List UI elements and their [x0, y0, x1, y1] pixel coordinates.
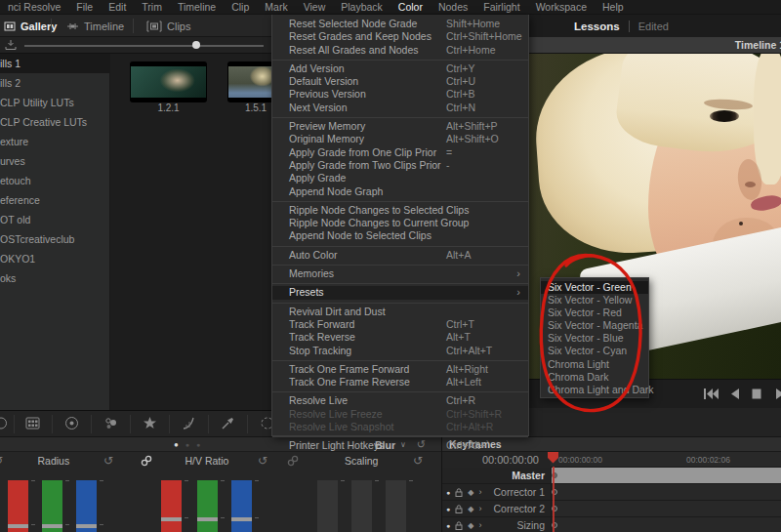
menu-item[interactable]: Original Memory Alt+Shift+O [272, 133, 528, 145]
sidebar-album-item[interactable]: oks [0, 268, 109, 288]
sidebar-album-item[interactable]: exture [0, 132, 109, 151]
keyframe-diamond-icon[interactable]: ◆ [468, 521, 473, 530]
menu-item[interactable]: Track One Frame Reverse Alt+Left [272, 376, 528, 389]
menubar-item[interactable]: Fairlight [475, 1, 527, 13]
expand-chevron-icon[interactable]: › [478, 504, 481, 513]
track-lane[interactable] [551, 484, 781, 500]
slider-handle[interactable] [231, 517, 252, 521]
thumbnail-zoom-slider[interactable] [24, 45, 264, 47]
curves-icon[interactable] [182, 416, 196, 430]
reset-icon[interactable]: ↺ [103, 454, 113, 468]
keyframe-diamond-icon[interactable]: ◆ [468, 505, 473, 513]
menubar-item[interactable]: Color [390, 1, 431, 13]
menubar-item[interactable]: Workspace [528, 1, 595, 13]
skip-start-icon[interactable] [703, 389, 719, 399]
slider-handle[interactable] [197, 517, 218, 521]
vertical-slider[interactable] [231, 480, 252, 532]
enable-dot-icon[interactable]: ● [446, 489, 450, 496]
menu-item[interactable]: Track One Frame Forward Alt+Right [272, 363, 528, 376]
menubar-item[interactable]: nci Resolve [0, 1, 68, 13]
grab-still-icon[interactable] [5, 40, 17, 51]
vertical-slider[interactable] [351, 480, 372, 532]
menubar-item[interactable]: Playback [333, 1, 390, 13]
menu-item[interactable]: Revival Dirt and Dust [272, 306, 528, 318]
menu-item[interactable]: Ripple Node Changes to Current Group [272, 217, 528, 229]
page-dots[interactable]: ● ● ● [174, 438, 200, 452]
track-lane[interactable] [551, 501, 781, 516]
lock-icon[interactable] [455, 521, 463, 530]
vertical-slider[interactable] [317, 480, 338, 532]
sidebar-album-item[interactable]: urves [0, 151, 109, 171]
vertical-slider[interactable] [8, 480, 28, 532]
camera-raw-icon[interactable] [25, 416, 40, 430]
expand-chevron-icon[interactable]: › [478, 487, 481, 497]
motion-effects-icon[interactable] [143, 416, 157, 430]
reset-icon[interactable]: ↺ [413, 454, 423, 468]
menu-item[interactable]: Preview Memory Alt+Shift+P [272, 120, 528, 133]
menu-item[interactable]: Apply Grade from One Clip Prior = [272, 146, 528, 159]
vertical-slider[interactable] [161, 480, 182, 532]
menu-item[interactable]: Stop Tracking Ctrl+Alt+T [272, 345, 528, 357]
lock-icon[interactable] [455, 488, 463, 497]
preset-menu-item[interactable]: Six Vector - Green [541, 281, 648, 294]
menu-item[interactable]: Track Reverse Alt+T [272, 331, 528, 344]
tab-clips[interactable]: Clips [146, 15, 190, 37]
preset-menu-item[interactable]: Chroma Dark [541, 371, 648, 384]
menu-item[interactable]: Resolve Live Ctrl+R [272, 394, 528, 407]
menu-item[interactable]: Next Version Ctrl+N [272, 102, 528, 114]
color-wheels-icon[interactable] [64, 416, 79, 430]
keyframe-track-row[interactable]: ● ◆ › Corrector 1 [442, 484, 781, 501]
reset-icon[interactable]: ↺ [258, 454, 267, 468]
track-lane[interactable] [551, 468, 781, 483]
menu-item[interactable]: Add Version Ctrl+Y [272, 62, 528, 75]
page-dot[interactable]: ● [196, 438, 200, 452]
keyframes-ruler[interactable]: 00:00:00:00 00:00:00:00 00:00:02:06 [442, 452, 781, 468]
lock-icon[interactable] [455, 505, 463, 513]
preset-menu-item[interactable]: Six Vector - Yellow [541, 294, 648, 307]
menubar-item[interactable]: Trim [134, 1, 170, 13]
keyframe-diamond-icon[interactable]: ◆ [468, 488, 473, 497]
still-thumbnail[interactable] [130, 61, 207, 102]
preset-menu-item[interactable]: Chroma Light [541, 358, 648, 371]
link-icon[interactable] [287, 455, 299, 467]
menubar-item[interactable]: Clip [224, 1, 257, 13]
menu-item[interactable]: Previous Version Ctrl+B [272, 88, 528, 101]
color-match-icon[interactable] [103, 416, 118, 430]
preset-menu-item[interactable]: Six Vector - Red [541, 307, 648, 319]
sidebar-album-item[interactable]: OSTcreativeclub [0, 229, 109, 249]
qualifier-icon[interactable] [221, 416, 235, 430]
sidebar-album-item[interactable]: CLP Creative LUTs [0, 112, 109, 132]
menu-item[interactable]: Default Version Ctrl+U [272, 75, 528, 88]
track-lane[interactable] [551, 517, 781, 532]
menu-item[interactable]: Append Node to Selected Clips [272, 229, 528, 242]
vertical-slider[interactable] [76, 480, 97, 532]
play-forward-icon[interactable] [775, 389, 781, 399]
slider-handle[interactable] [42, 524, 62, 528]
menu-item[interactable]: Auto Color Alt+A [272, 249, 528, 262]
menu-item[interactable]: Reset All Grades and Nodes Ctrl+Home [272, 44, 528, 57]
keyframe-track-row[interactable]: ● ◆ › Master [442, 468, 781, 484]
slider-handle[interactable] [8, 524, 28, 528]
menu-item[interactable]: Presets › [272, 286, 528, 299]
menu-item[interactable]: Resolve Live Snapshot Ctrl+Alt+R [272, 421, 528, 433]
menubar-item[interactable]: Mark [257, 1, 295, 13]
menubar-item[interactable]: File [68, 1, 101, 13]
vertical-slider[interactable] [386, 480, 406, 532]
preset-menu-item[interactable]: Chroma Light and Dark [541, 384, 648, 396]
tab-timeline[interactable]: Timeline [66, 15, 124, 37]
vertical-slider[interactable] [197, 480, 218, 532]
menu-item[interactable]: Apply Grade from Two Clips Prior - [272, 159, 528, 172]
sidebar-album-item[interactable]: ills 2 [0, 73, 109, 93]
preset-menu-item[interactable]: Six Vector - Cyan [541, 345, 648, 357]
menu-item[interactable]: Resolve Live Freeze Ctrl+Shift+R [272, 408, 528, 421]
sidebar-album-item[interactable]: etouch [0, 171, 109, 190]
menubar-item[interactable]: Help [595, 1, 632, 13]
thumbnail-zoom-handle[interactable] [192, 41, 200, 49]
sidebar-album-item[interactable]: OT old [0, 210, 109, 229]
play-reverse-icon[interactable] [730, 389, 740, 399]
expand-chevron-icon[interactable]: › [478, 520, 481, 530]
sidebar-album-item[interactable]: eference [0, 190, 109, 210]
page-dot[interactable]: ● [185, 438, 189, 452]
enable-dot-icon[interactable]: ● [446, 506, 450, 512]
stop-icon[interactable] [752, 389, 761, 399]
